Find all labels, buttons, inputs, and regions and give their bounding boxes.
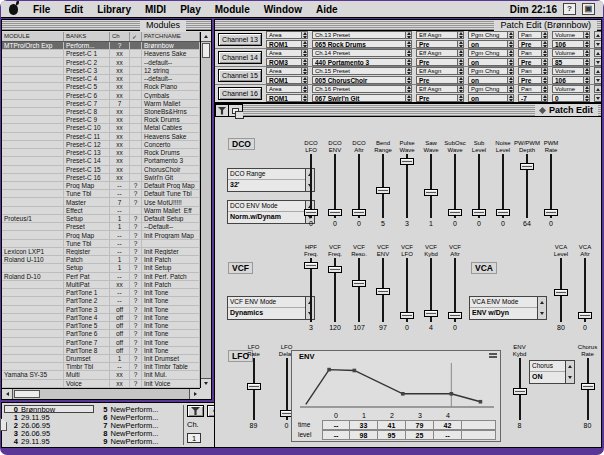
slider-track[interactable] (554, 258, 568, 322)
slider-thumb-handle[interactable] (304, 209, 318, 216)
field-value[interactable]: 0 (552, 94, 590, 102)
slider-thumb-handle[interactable] (352, 280, 366, 287)
field-value[interactable]: Pre (416, 94, 464, 102)
menu-play[interactable]: Play (173, 4, 208, 15)
channel-button[interactable]: Channel 16 (218, 87, 262, 100)
field-value[interactable]: Pre (518, 76, 548, 84)
scroll-down-icon[interactable] (594, 94, 602, 102)
scroll-down-icon[interactable] (594, 40, 602, 48)
module-row[interactable]: Preset-C 8xxStoneBs&Hrns (2, 108, 200, 116)
slider-track[interactable] (513, 358, 527, 420)
slider-track[interactable] (400, 154, 414, 218)
slider-thumb-handle[interactable] (352, 209, 366, 216)
stepper-icon[interactable] (457, 86, 463, 92)
field-header[interactable]: Volume (552, 49, 590, 57)
slider-thumb-handle[interactable] (328, 209, 342, 216)
modules-vertical-scrollbar[interactable] (200, 32, 211, 388)
stepper-icon[interactable] (541, 32, 547, 38)
stepper-icon[interactable] (541, 86, 547, 92)
channel-button[interactable]: Channel 13 (218, 33, 262, 46)
stepper-icon[interactable] (507, 50, 513, 56)
module-row[interactable]: Effect--Warm Mallet_Eff (2, 207, 200, 215)
stepper-icon[interactable] (583, 50, 589, 56)
stepper-icon[interactable] (301, 77, 307, 83)
stepper-icon[interactable] (507, 32, 513, 38)
menu-edit[interactable]: Edit (57, 4, 90, 15)
performance-item[interactable]: 326.06.95 (4, 429, 94, 437)
module-row[interactable]: Tune Tbl--? (2, 240, 200, 248)
slider-thumb-handle[interactable] (496, 209, 510, 216)
stepper-icon[interactable] (507, 77, 513, 83)
slider-thumb-handle[interactable] (328, 266, 342, 273)
env-point-handle[interactable] (479, 400, 483, 404)
stepper-icon[interactable] (583, 41, 589, 47)
slider-track[interactable] (472, 154, 486, 218)
field-header[interactable]: Volume (552, 31, 590, 39)
scroll-left-icon[interactable] (2, 389, 13, 399)
stepper-icon[interactable] (541, 50, 547, 56)
slider-track[interactable] (328, 258, 342, 322)
env-graph[interactable] (298, 361, 496, 409)
stepper-icon[interactable] (541, 95, 547, 101)
env-cell[interactable]: 33 (350, 420, 378, 430)
chorus-popup[interactable]: Chorus ON (529, 360, 575, 384)
env-cell[interactable]: 95 (378, 430, 406, 440)
channel-button[interactable]: Channel 15 (218, 69, 262, 82)
stepper-icon[interactable] (405, 41, 411, 47)
module-row[interactable]: Preset-C 6xxCymbals (2, 91, 200, 99)
slider-track[interactable] (352, 154, 366, 218)
module-row[interactable]: Preset-C 12xxConcerto (2, 141, 200, 149)
module-row[interactable]: Prog Map--?Init Program Map (2, 231, 200, 239)
module-row[interactable]: Preset-C 2xx--default-- (2, 58, 200, 66)
slider-track[interactable] (448, 258, 462, 322)
scroll-up-icon[interactable] (594, 85, 602, 93)
stepper-icon[interactable] (405, 86, 411, 92)
field-header[interactable]: Pgm Chng (468, 31, 514, 39)
slider-thumb-handle[interactable] (513, 388, 527, 395)
stepper-icon[interactable] (541, 68, 547, 74)
field-value[interactable]: 85 (552, 58, 590, 66)
slider-track[interactable] (544, 154, 558, 218)
copy-tool-button[interactable] (229, 104, 243, 117)
slider-track[interactable] (424, 154, 438, 218)
stepper-icon[interactable] (583, 68, 589, 74)
env-cell[interactable]: -- (434, 430, 462, 440)
application-menu-icon[interactable]: ▣ (582, 3, 595, 15)
module-row[interactable]: PartTone 8off?Init Tone (2, 347, 200, 355)
scroll-up-icon[interactable] (594, 67, 602, 75)
scroll-up-icon[interactable] (594, 49, 602, 57)
field-value[interactable]: 065 Rock Drums (312, 40, 412, 48)
module-row[interactable]: Roland U-110Patch1?Init Patch (2, 256, 200, 264)
performance-item[interactable]: 7NewPerform... (94, 421, 184, 429)
filter-tool-button[interactable] (215, 104, 229, 117)
env-point-handle[interactable] (450, 392, 454, 396)
stepper-icon[interactable] (301, 32, 307, 38)
field-header[interactable]: Ch.16 Preset (312, 85, 412, 93)
stepper-icon[interactable] (457, 77, 463, 83)
stepper-icon[interactable] (507, 68, 513, 74)
performance-item[interactable]: 129.11.95 (4, 413, 94, 421)
field-value[interactable]: Pre (416, 58, 464, 66)
slider-track[interactable] (400, 258, 414, 322)
stepper-icon[interactable] (301, 59, 307, 65)
slider-thumb-handle[interactable] (472, 209, 486, 216)
field-value[interactable]: on (468, 94, 514, 102)
field-value[interactable]: ROM1 (266, 76, 308, 84)
slider-thumb-handle[interactable] (247, 383, 261, 390)
slider-thumb-handle[interactable] (304, 262, 318, 269)
field-header[interactable]: Pan (518, 49, 548, 57)
module-row[interactable]: PartTone 3off?Init Tone (2, 306, 200, 314)
env-cell[interactable]: 41 (378, 420, 406, 430)
module-row[interactable]: PartTone 6off?Init Tone (2, 330, 200, 338)
stepper-icon[interactable] (457, 32, 463, 38)
module-row[interactable]: Preset-C 1xxHeavens Sake (2, 50, 200, 58)
slider-track[interactable] (304, 154, 318, 218)
field-header[interactable]: Pgm Chng (468, 49, 514, 57)
performance-item[interactable]: 8NewPerform... (94, 429, 184, 437)
stepper-icon[interactable] (405, 68, 411, 74)
performance-item[interactable]: 0Brønnbow (4, 405, 94, 413)
patch-title-bar[interactable]: Patch Edit (Brønnbow) (215, 20, 601, 31)
field-header[interactable]: Ch.13 Preset (312, 31, 412, 39)
stepper-icon[interactable] (583, 77, 589, 83)
module-row[interactable]: Proteus/1Setup1?Default Setup (2, 215, 200, 223)
